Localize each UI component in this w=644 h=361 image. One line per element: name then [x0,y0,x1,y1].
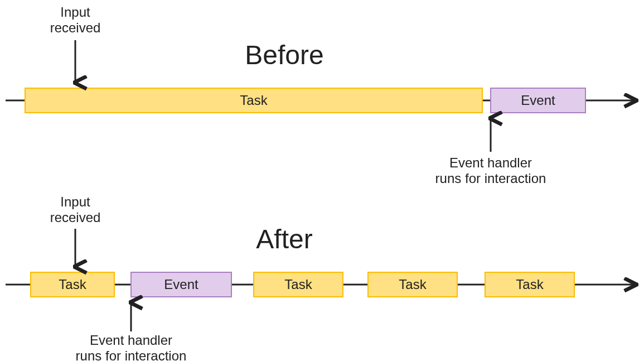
before-handler-line1: Event handler [449,155,532,170]
diagram: Before Task Event Input received Event h… [0,0,644,361]
before-title: Before [245,40,323,70]
after-input-line2: received [50,210,101,225]
before-event-label: Event [521,93,555,108]
before-handler-line2: runs for interaction [435,171,546,186]
after-task3-label: Task [399,277,427,292]
before-input-annotation: Input received [50,4,101,83]
after-handler-line2: runs for interaction [76,348,187,361]
after-task2-box: Task [254,272,343,297]
before-task-box: Task [25,88,482,113]
after-event-label: Event [164,277,198,292]
after-event-box: Event [131,272,231,297]
after-handler-line1: Event handler [90,333,172,348]
after-task4-label: Task [516,277,544,292]
after-input-annotation: Input received [50,194,101,267]
after-handler-annotation: Event handler runs for interaction [76,302,187,361]
after-task4-box: Task [485,272,574,297]
before-section: Before Task Event Input received Event h… [6,4,636,186]
before-task-label: Task [240,93,268,108]
before-input-line1: Input [60,4,90,20]
after-title: After [256,224,312,254]
after-task1-box: Task [31,272,114,297]
before-handler-annotation: Event handler runs for interaction [435,118,546,186]
after-task2-label: Task [284,277,312,292]
after-input-line1: Input [60,194,90,209]
before-input-line2: received [50,20,101,35]
after-section: After Task Event Task Task Task Input re… [6,194,636,361]
after-task3-box: Task [368,272,457,297]
after-task1-label: Task [59,277,86,292]
before-event-box: Event [491,88,585,113]
